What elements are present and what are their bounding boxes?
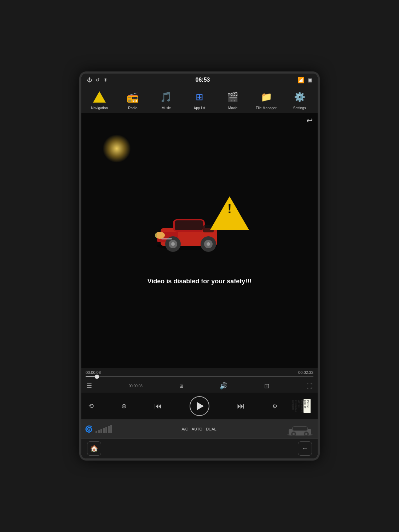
fan-icon[interactable]: 🌀: [85, 425, 93, 433]
svg-rect-13: [161, 238, 172, 239]
wifi-icon: 📶: [297, 77, 305, 83]
installation-sticker: Please peel off this sticker AFTER insta…: [303, 399, 311, 413]
radio-label: Radio: [128, 106, 137, 110]
shuffle-icon[interactable]: ⚙: [272, 403, 277, 410]
time-total: 00:02:33: [298, 370, 313, 375]
play-button[interactable]: [190, 396, 209, 416]
bar-6: [108, 426, 110, 433]
play-icon: [197, 402, 204, 410]
nav-triangle-icon: [93, 91, 106, 103]
playlist-icon[interactable]: ☰: [86, 382, 92, 390]
settings-icon: ⚙️: [292, 89, 307, 105]
controls-row-top: ☰ 00:00:08 ⊞ 🔊 ⊡ ⛶: [81, 379, 318, 393]
status-right-icons: 📶 ▣: [297, 77, 312, 83]
app-grid: Navigation 📻 Radio 🎵 Music ⊞ App list 🎬 …: [81, 86, 318, 113]
video-scene: ! Video is disabled for your safety!!!: [81, 113, 318, 368]
navigation-label: Navigation: [91, 106, 108, 110]
time-current: 00:00:08: [86, 370, 101, 375]
skip-forward-button[interactable]: ⏭: [237, 401, 245, 411]
eq-icon[interactable]: ⊞: [179, 383, 183, 389]
svg-point-19: [293, 433, 295, 435]
movie-icon: 🎬: [225, 89, 241, 105]
climate-bar: 🌀 A/C AUTO DUAL: [81, 420, 318, 438]
audio-icon[interactable]: 🔊: [220, 382, 227, 390]
bar-7: [110, 425, 112, 433]
svg-rect-17: [293, 427, 307, 430]
progress-thumb[interactable]: [95, 375, 99, 379]
status-bar: ⏻ ↺ ☀ 06:53 📶 ▣: [81, 74, 318, 86]
bottom-nav: 🏠 ←: [81, 438, 318, 458]
svg-point-12: [155, 232, 165, 239]
video-area: ! Video is disabled for your safety!!!: [81, 113, 318, 368]
window-icon[interactable]: ▣: [307, 77, 312, 83]
music-icon: 🎵: [158, 89, 174, 105]
svg-point-21: [305, 433, 307, 435]
car-illustration-container: !: [150, 196, 249, 267]
movie-label: Movie: [228, 106, 238, 110]
fan-speed-bars: [96, 425, 112, 433]
app-applist[interactable]: ⊞ App list: [187, 89, 212, 110]
bar-1: [96, 431, 97, 433]
back-button[interactable]: ↩: [306, 116, 313, 125]
main-content: ↩: [81, 113, 318, 458]
power-icon[interactable]: ⏻: [87, 77, 92, 83]
bar-5: [105, 427, 107, 433]
back-nav-button[interactable]: ←: [298, 441, 312, 456]
loop-icon[interactable]: ⟲: [88, 402, 94, 410]
safety-message: Video is disabled for your safety!!!: [148, 278, 252, 285]
time-display-small: 00:00:08: [129, 384, 143, 388]
filemanager-label: File Manager: [256, 106, 276, 110]
status-left-icons: ⏻ ↺ ☀: [87, 77, 108, 83]
time-row: 00:00:08 00:02:33: [86, 370, 313, 375]
app-music[interactable]: 🎵 Music: [154, 89, 179, 110]
warning-triangle: !: [210, 196, 249, 231]
skip-back-button[interactable]: ⏮: [154, 401, 162, 411]
svg-rect-4: [175, 220, 203, 230]
app-filemanager[interactable]: 📁 File Manager: [254, 89, 279, 110]
headlight-glow: [103, 134, 131, 163]
dual-label: DUAL: [206, 427, 216, 431]
svg-point-8: [171, 242, 175, 246]
car-display-unit: ⏻ ↺ ☀ 06:53 📶 ▣ Navigation 📻 Radio 🎵 Mus…: [79, 71, 320, 461]
progress-bar[interactable]: [86, 376, 313, 377]
ac-label: A/C: [181, 427, 188, 431]
aspect-ratio-icon[interactable]: ⊡: [264, 382, 270, 390]
navigation-icon: [92, 89, 107, 105]
app-radio[interactable]: 📻 Radio: [120, 89, 145, 110]
app-movie[interactable]: 🎬 Movie: [220, 89, 245, 110]
applist-label: App list: [194, 106, 206, 110]
svg-point-11: [207, 242, 210, 246]
bar-2: [98, 430, 100, 433]
bar-4: [103, 428, 105, 433]
brightness-icon[interactable]: ☀: [103, 77, 108, 83]
auto-label: AUTO: [192, 427, 202, 431]
radio-icon: 📻: [125, 89, 140, 105]
zoom-icon[interactable]: ⊕: [121, 402, 127, 410]
progress-area: 00:00:08 00:02:33: [81, 368, 318, 379]
climate-labels: A/C AUTO DUAL: [115, 427, 283, 431]
settings-label: Settings: [293, 106, 306, 110]
music-label: Music: [162, 106, 171, 110]
app-navigation[interactable]: Navigation: [87, 89, 112, 110]
app-settings[interactable]: ⚙️ Settings: [287, 89, 312, 110]
filemanager-icon: 📁: [259, 89, 274, 105]
applist-icon: ⊞: [192, 89, 207, 105]
clock-display: 06:53: [108, 77, 297, 83]
exclamation-mark: !: [227, 203, 232, 215]
home-button[interactable]: 🏠: [87, 441, 101, 456]
playback-controls: ⟲ ⊕ ⏮ ⏭ ⚙ ⛶ Please peel off this sticker…: [81, 393, 318, 420]
refresh-icon[interactable]: ↺: [96, 77, 100, 83]
bar-3: [100, 429, 102, 433]
climate-car-icon: [286, 422, 314, 436]
fullscreen-icon[interactable]: ⛶: [306, 382, 313, 390]
